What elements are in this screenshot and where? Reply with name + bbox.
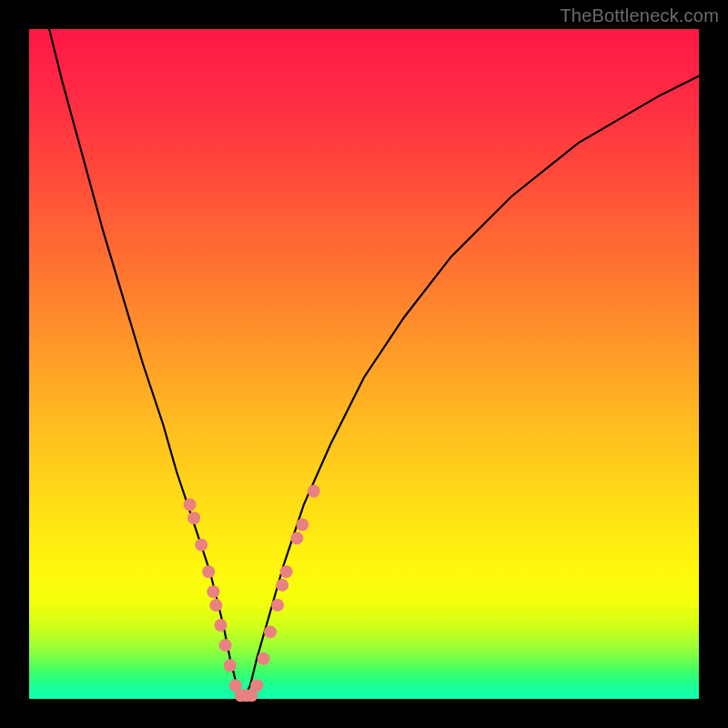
highlight-dot	[264, 625, 277, 638]
highlight-dot	[296, 519, 308, 531]
chart-frame: TheBottleneck.com	[0, 0, 728, 728]
curve-layer	[29, 29, 699, 699]
highlight-dot	[202, 565, 215, 578]
highlight-dot	[271, 599, 284, 612]
highlight-dot	[209, 599, 222, 612]
watermark-text: TheBottleneck.com	[560, 5, 719, 26]
highlight-dot	[258, 652, 270, 665]
highlight-dot	[250, 679, 263, 692]
highlight-dot	[276, 579, 288, 592]
plot-area	[29, 29, 699, 699]
highlight-dot	[280, 565, 293, 578]
highlight-dot	[290, 531, 303, 544]
highlight-dot	[187, 511, 200, 524]
highlight-dot	[207, 585, 219, 598]
highlight-dot	[195, 539, 207, 551]
highlight-dot	[224, 659, 237, 672]
bottleneck-curve	[49, 29, 699, 699]
highlight-dot	[215, 619, 228, 632]
highlight-dot	[219, 639, 232, 652]
highlight-dot	[308, 485, 320, 498]
highlight-dot	[184, 499, 197, 511]
